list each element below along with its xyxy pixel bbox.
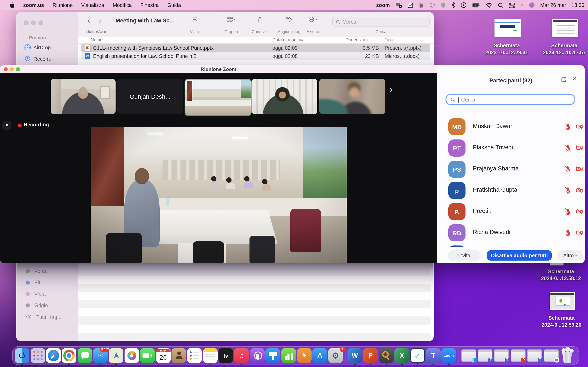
mic-muted-icon[interactable] [564, 187, 571, 194]
filmstrip-next-arrow[interactable]: › [389, 84, 393, 95]
dock-item-facetime[interactable] [140, 348, 155, 363]
zoom-close-button[interactable] [4, 67, 8, 71]
wifi-icon[interactable] [486, 2, 493, 8]
bluetooth-icon[interactable] [451, 2, 455, 8]
menu-item-guida[interactable]: Guida [167, 2, 181, 8]
menu-item-modifica[interactable]: Modifica [113, 2, 132, 8]
dock-item-launchpad[interactable] [30, 348, 45, 363]
control-center-icon[interactable] [509, 2, 515, 8]
more-button[interactable]: Altro ▾ [557, 250, 583, 261]
dock-item-zoom[interactable]: zoom [442, 348, 456, 363]
video-off-icon[interactable] [576, 123, 583, 130]
share-icon[interactable] [257, 16, 263, 23]
sidebar-tag-viola[interactable]: Viola [26, 291, 45, 297]
dock-item-pages[interactable]: ✎ [297, 348, 311, 363]
dock-item-system-settings[interactable]: ⚙2 [328, 348, 343, 363]
dock-item-chrome[interactable] [62, 348, 77, 363]
view-icon[interactable] [191, 16, 198, 22]
popout-icon[interactable] [561, 77, 567, 84]
hotspot-lock-icon[interactable] [419, 2, 424, 8]
video-off-icon[interactable] [576, 166, 583, 173]
dock-item-maps[interactable] [109, 348, 123, 363]
dock-item-teams[interactable]: T [426, 348, 441, 363]
video-off-icon[interactable] [576, 187, 583, 194]
invite-button[interactable]: Invita [448, 250, 480, 261]
video-off-icon[interactable] [576, 229, 583, 236]
video-off-icon[interactable] [576, 208, 583, 215]
column-tipo[interactable]: Tipo [385, 37, 393, 42]
video-thumbnail-classroom[interactable] [185, 79, 251, 116]
video-thumbnail-woman-bob[interactable] [251, 79, 317, 114]
mic-muted-icon[interactable] [564, 166, 571, 173]
dock-item-safari[interactable] [46, 348, 61, 363]
mic-muted-icon[interactable] [564, 208, 571, 215]
dock-item-app-store[interactable]: A [312, 348, 327, 363]
file-row-1[interactable]: WEnglish presentation for Law School Pun… [81, 52, 430, 60]
dock-item-todo-check[interactable]: ✓ [410, 348, 425, 363]
participant-row-0[interactable]: MDMuskan Dawar [437, 116, 585, 137]
dock-item-mail[interactable]: ✉9.057 [93, 348, 108, 363]
mic-muted-icon[interactable] [564, 144, 571, 151]
ai-companion-icon[interactable]: ✦ [2, 121, 11, 130]
dock-minimized-window-teams-3[interactable]: T [527, 350, 542, 362]
file-row-0[interactable]: CJLL- meeting with Symbiosis Law School … [81, 44, 430, 52]
orange-dot-icon[interactable] [521, 2, 523, 8]
dock-item-photos[interactable] [125, 348, 139, 363]
search-icon[interactable] [498, 2, 503, 8]
globe-icon[interactable] [429, 2, 435, 8]
mic-muted-icon[interactable] [564, 229, 571, 236]
dock-item-word[interactable]: W [347, 348, 362, 363]
back-button[interactable]: ‹ [87, 16, 90, 25]
dock-item-trash[interactable] [560, 348, 575, 363]
dock-item-podcasts[interactable] [250, 348, 265, 363]
dock-minimized-window-chrome[interactable] [544, 350, 558, 362]
shield-icon[interactable] [441, 2, 446, 8]
sidebar-tag-grigio[interactable]: Grigio [26, 303, 48, 308]
sidebar-item-recenti[interactable]: Recenti [25, 55, 51, 63]
zoom-minimize-button[interactable] [10, 67, 14, 71]
close-panel-icon[interactable]: × [572, 74, 577, 83]
menu-zoom-status[interactable]: zoom [376, 2, 390, 8]
dock-item-powerpoint[interactable]: P [363, 348, 378, 363]
tag-icon[interactable] [286, 16, 292, 22]
mute-all-button[interactable]: Disattiva audio per tutti [487, 250, 552, 261]
finder-close-button[interactable] [24, 20, 29, 25]
group-icon[interactable]: ▾ [227, 16, 236, 22]
sidebar-item-airdrop[interactable]: AirDrop [25, 44, 51, 51]
battery-icon[interactable] [472, 2, 481, 8]
column-nome[interactable]: Nome [91, 37, 103, 42]
dock-item-notes[interactable] [203, 348, 217, 363]
apple-menu-icon[interactable] [9, 2, 15, 8]
menu-item-finestra[interactable]: Finestra [140, 2, 159, 8]
dock-minimized-window-teams-2[interactable]: T [494, 350, 509, 362]
dock-item-keynote[interactable] [265, 348, 280, 363]
forward-button[interactable]: › [99, 16, 102, 25]
dock-item-keychain[interactable] [379, 348, 394, 363]
dock-minimized-window-powerpoint[interactable]: P [511, 350, 526, 362]
participant-row-5[interactable]: RDRicha Dwivedi [437, 222, 585, 243]
dock-item-contacts[interactable] [172, 348, 186, 363]
participant-row-2[interactable]: PSPrajanya Sharma [437, 159, 585, 180]
dock-item-apple-tv[interactable]: tv [218, 348, 233, 363]
participants-search-field[interactable]: Cerca [445, 94, 575, 105]
finder-search-field[interactable]: Cerca [332, 17, 430, 27]
video-thumbnail-woman-blur[interactable] [319, 79, 385, 114]
dock-item-numbers[interactable] [281, 348, 296, 363]
dock-minimized-window-teams-1[interactable]: T [478, 350, 493, 362]
finder-minimize-button[interactable] [31, 20, 36, 25]
menu-date[interactable]: Mar 26 mar [540, 2, 566, 8]
screen-mirror-x-icon[interactable] [395, 2, 402, 8]
checkbox-icon[interactable] [407, 2, 413, 8]
sidebar-tag-blu[interactable]: Blu [26, 280, 42, 285]
column-dimensioni[interactable]: Dimensioni [346, 37, 368, 42]
video-off-icon[interactable] [576, 144, 583, 151]
video-thumbnail-man-suit[interactable] [51, 79, 116, 114]
menu-item-visualizza[interactable]: Visualizza [81, 2, 104, 8]
dock-item-music[interactable]: ♫ [234, 348, 249, 363]
dock-item-calendar[interactable]: MAR26 [156, 348, 171, 363]
participant-row-1[interactable]: PTPlaksha Trivedi [437, 137, 585, 159]
column-data[interactable]: Data di modifica [272, 37, 305, 42]
dock-item-messages[interactable] [77, 348, 92, 363]
sidebar-tag-tutti-i-tag-[interactable]: Tutti i tag... [26, 314, 61, 320]
play-circle-icon[interactable] [461, 2, 467, 8]
